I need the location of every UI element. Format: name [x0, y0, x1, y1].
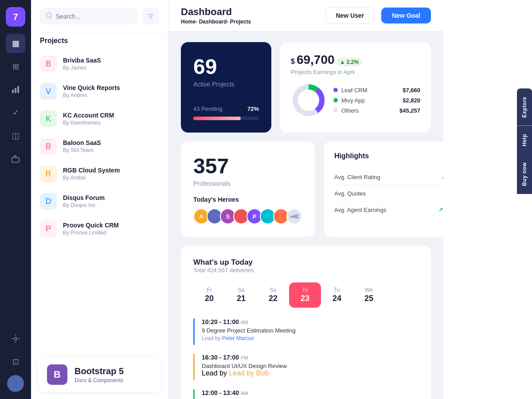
cal-day[interactable]: We 25: [353, 282, 385, 308]
row-1: 69 Active Projects 43 Pending 72% $ 69,7…: [181, 42, 431, 133]
search-bar: [31, 0, 168, 33]
docs-link[interactable]: Docs & Components: [74, 377, 124, 383]
project-item[interactable]: R RGB Cloud System By Andrei: [31, 160, 168, 188]
event-details: 10:20 - 11:00 AM 9 Degree Project Estima…: [202, 318, 296, 341]
project-by: By Andrei: [63, 175, 120, 181]
project-name: Baloon SaaS: [63, 139, 101, 146]
new-goal-button[interactable]: New Goal: [381, 8, 431, 23]
project-item[interactable]: B Baloon SaaS By SIA Team: [31, 133, 168, 160]
professionals-card: 357 Professionals Today's Heroes ASP+42: [181, 141, 315, 237]
svg-point-4: [14, 337, 17, 340]
top-bar: Dashboard Home- Dashboard- Projects New …: [168, 0, 443, 31]
sidebar-icon-dashboard[interactable]: ▦: [6, 34, 25, 53]
projects-list: B Briviba SaaS By James V Vine Quick Rep…: [31, 50, 168, 243]
cal-day-num: 25: [364, 294, 373, 303]
svg-rect-3: [12, 157, 19, 162]
highlight-row: Avg. Client Rating ↗ 7.8 10: [334, 169, 443, 185]
pending-row: 43 Pending 72%: [193, 106, 259, 112]
highlight-row: Avg. Quotes ↙ 730: [334, 185, 443, 202]
project-info: Disqus Forum By Disqus Inc.: [63, 194, 105, 208]
earnings-label: Projects Earnings in April: [291, 69, 420, 75]
project-info: Briviba SaaS By James: [63, 57, 101, 71]
right-tab[interactable]: Buy now: [517, 154, 532, 194]
right-tab[interactable]: Help: [517, 126, 532, 154]
legend-item: Others: [333, 107, 368, 114]
progress-bar: [193, 117, 259, 120]
schedule-card: What's up Today Total 424,567 deliveries…: [181, 246, 431, 399]
avatars-row: ASP+42: [193, 208, 302, 224]
cal-day-num: 23: [301, 294, 309, 303]
page-title: Dashboard: [181, 6, 318, 18]
legend-name: Others: [341, 107, 359, 114]
schedule-subtitle: Total 424,567 deliveries: [193, 267, 419, 274]
highlight-label: Avg. Quotes: [334, 190, 366, 197]
pending-label: 43 Pending: [193, 106, 223, 112]
sidebar-icon-settings[interactable]: [6, 329, 25, 348]
bootstrap-card[interactable]: B Bootstrap 5 Docs & Components: [38, 357, 161, 392]
sidebar-icon-check[interactable]: ✓: [6, 103, 25, 122]
active-projects-label: Active Projects: [193, 81, 259, 88]
project-item[interactable]: V Vine Quick Reports By Andres: [31, 78, 168, 105]
legend-dot: [333, 108, 338, 113]
filter-button[interactable]: [142, 8, 159, 25]
event-details: 12:00 - 13:40 AM Marketing Campaign Disc…: [202, 389, 284, 399]
project-item[interactable]: B Briviba SaaS By James: [31, 50, 168, 78]
legend-dot: [333, 88, 338, 92]
avatar-more: +42: [286, 208, 302, 224]
cal-day-name: Sa: [238, 287, 245, 293]
sidebar-icon-grid[interactable]: ⊞: [6, 57, 25, 76]
project-by: By Proove Limited: [63, 230, 119, 236]
sidebar-icon-layers[interactable]: ◫: [6, 126, 25, 145]
cal-day-name: Fr: [207, 287, 211, 293]
cal-day[interactable]: Tu 23: [289, 282, 321, 308]
user-avatar[interactable]: 7: [6, 7, 25, 27]
profile-avatar[interactable]: 👤: [7, 375, 24, 392]
calendar-row: Fr 20 Sa 21 Su 22 Tu 23 Tu 24 We 25: [193, 282, 419, 308]
right-tab[interactable]: Explore: [517, 89, 532, 126]
project-item[interactable]: D Disqus Forum By Disqus Inc.: [31, 188, 168, 215]
project-name: Proove Quick CRM: [63, 222, 119, 229]
earnings-number: 69,700: [297, 53, 335, 67]
project-item[interactable]: K KC Account CRM By Keenthemes: [31, 105, 168, 133]
project-name: Vine Quick Reports: [63, 84, 120, 91]
new-user-button[interactable]: New User: [325, 7, 374, 24]
breadcrumb: Home- Dashboard- Projects: [181, 19, 318, 25]
event-item: 12:00 - 13:40 AM Marketing Campaign Disc…: [193, 389, 419, 399]
project-name: KC Account CRM: [63, 112, 114, 119]
highlights-list: Avg. Client Rating ↗ 7.8 10 Avg. Quotes …: [334, 169, 443, 218]
cal-day-name: We: [365, 287, 373, 293]
cal-day[interactable]: Fr 20: [193, 282, 225, 308]
project-info: Baloon SaaS By SIA Team: [63, 139, 101, 153]
event-bar: [193, 354, 195, 380]
cal-day[interactable]: Su 22: [257, 282, 289, 308]
project-name: Briviba SaaS: [63, 57, 101, 64]
donut-legend: Leaf CRM Mivy App Others: [333, 87, 368, 114]
project-info: Vine Quick Reports By Andres: [63, 84, 120, 98]
sidebar-icon-grid2[interactable]: ⊡: [6, 352, 25, 372]
sidebar-icon-chart[interactable]: [6, 80, 25, 99]
progress-fill: [193, 117, 241, 120]
donut-row: Leaf CRM Mivy App Others $7,660$2,820$45…: [291, 82, 420, 118]
event-time: 12:00 - 13:40 AM: [202, 389, 284, 396]
highlight-label: Avg. Client Rating: [334, 174, 380, 180]
earnings-amount: $ 69,700 ▲ 2.2%: [291, 53, 420, 67]
project-info: RGB Cloud System By Andrei: [63, 167, 120, 181]
legend-value: $2,820: [399, 97, 420, 104]
search-input[interactable]: [56, 13, 132, 20]
search-input-wrap[interactable]: [40, 8, 138, 25]
earnings-badge: ▲ 2.2%: [336, 58, 363, 66]
sidebar-icon-briefcase[interactable]: [6, 149, 25, 168]
event-item: 10:20 - 11:00 AM 9 Degree Project Estima…: [193, 318, 419, 345]
svg-rect-0: [12, 90, 14, 93]
project-item[interactable]: P Proove Quick CRM By Proove Limited: [31, 215, 168, 243]
cal-day[interactable]: Sa 21: [225, 282, 257, 308]
highlights-card: Highlights Avg. Client Rating ↗ 7.8 10 A…: [324, 141, 443, 237]
schedule-title: What's up Today: [193, 258, 419, 267]
right-panel: ExploreHelpBuy now: [443, 0, 532, 399]
project-by: By Keenthemes: [63, 120, 114, 126]
cal-day[interactable]: Tu 24: [321, 282, 353, 308]
event-time: 10:20 - 11:00 AM: [202, 318, 296, 325]
svg-rect-1: [15, 88, 16, 93]
svg-rect-2: [17, 86, 19, 93]
right-panel-curve: [443, 0, 532, 399]
